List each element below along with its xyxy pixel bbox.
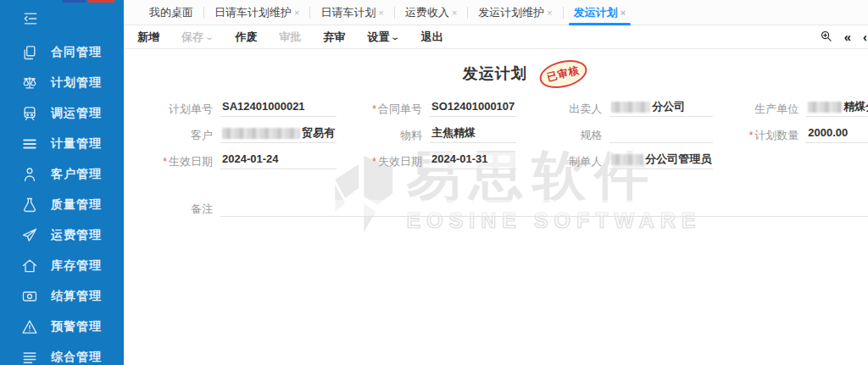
field-label: 计划单号	[132, 102, 220, 117]
field-input[interactable]: 精煤分公司	[806, 99, 868, 117]
field-label: *合同单号	[342, 102, 430, 117]
field-input[interactable]: 主焦精煤	[430, 125, 516, 143]
sidebar-item-plane[interactable]: 运费管理	[0, 220, 124, 251]
tab-active[interactable]: 发运计划×	[564, 0, 636, 25]
form-grid: 计划单号SA12401000021*合同单号SO12401000107出卖人分公…	[132, 98, 868, 169]
tab-close-icon[interactable]: ×	[294, 8, 299, 18]
toolbar-button-label: 设置	[367, 30, 389, 45]
tab-item[interactable]: 运费收入×	[395, 0, 467, 25]
sidebar-item-train[interactable]: 调运管理	[0, 98, 124, 129]
redacted-text	[611, 154, 643, 165]
tab-label: 日请车计划	[320, 5, 376, 20]
toolbar-button[interactable]: 审批	[279, 30, 301, 45]
sidebar-item-warning[interactable]: 预警管理	[0, 312, 124, 342]
zoom-in-icon[interactable]	[820, 30, 832, 44]
form-field: 生产单位精煤分公司	[718, 98, 868, 117]
sidebar-item-label: 预警管理	[51, 319, 102, 335]
field-input[interactable]: 2000.00	[806, 126, 868, 143]
sidebar-collapse-button[interactable]	[0, 0, 124, 37]
sidebar-item-label: 客户管理	[51, 167, 102, 182]
form-field: *计划数量2000.00	[718, 124, 868, 143]
toolbar-button[interactable]: 弃审	[323, 30, 345, 45]
prev-page-icon[interactable]: ‹	[863, 30, 867, 43]
tab-close-icon[interactable]: ×	[547, 8, 552, 18]
sidebar-item-stack[interactable]: 综合管理	[0, 342, 124, 365]
train-icon	[20, 104, 39, 123]
required-asterisk: *	[372, 156, 376, 168]
tab-close-icon[interactable]: ×	[378, 8, 383, 18]
sidebar-item-label: 运费管理	[51, 228, 102, 243]
money-icon	[20, 287, 39, 306]
remark-input[interactable]	[220, 200, 868, 217]
sidebar-item-money[interactable]: 结算管理	[0, 281, 124, 312]
toolbar-button[interactable]: 保存⌄	[181, 30, 213, 45]
tab-item[interactable]: 发运计划维护×	[468, 0, 562, 25]
sidebar-item-person[interactable]: 客户管理	[0, 159, 124, 190]
sidebar-item-home[interactable]: 库存管理	[0, 251, 124, 281]
field-input[interactable]: SA12401000021	[220, 100, 337, 117]
home-icon	[20, 257, 39, 275]
sidebar-item-label: 合同管理	[51, 45, 102, 60]
toolbar-button[interactable]: 设置⌄	[367, 30, 398, 45]
required-asterisk: *	[163, 156, 167, 168]
tab-label: 发运计划	[574, 5, 618, 20]
record-nav: «‹›»	[820, 30, 868, 44]
form-field-empty	[718, 151, 868, 169]
field-label: 出卖人	[521, 102, 609, 117]
tab-item[interactable]: 日请车计划×	[310, 0, 393, 25]
content-area: 易思软件 EOSINE SOFTWARE 发运计划 已审核 计划单号SA1240…	[124, 49, 868, 365]
tab-item[interactable]: 我的桌面	[139, 0, 203, 25]
tab-close-icon[interactable]: ×	[620, 8, 626, 18]
contract-icon	[20, 43, 39, 62]
form-field: 计划单号SA12401000021	[132, 98, 337, 117]
toolbar-button-label: 新增	[137, 30, 159, 45]
logo-fragment-red	[88, 0, 114, 3]
form-field: 出卖人分公司	[521, 98, 713, 117]
stack-icon	[20, 348, 39, 365]
list-icon	[20, 135, 39, 153]
redacted-text	[808, 102, 842, 113]
tab-label: 日请车计划维护	[214, 5, 292, 20]
toolbar-button-label: 弃审	[323, 30, 345, 45]
flask-icon	[20, 196, 39, 214]
field-label: 生产单位	[718, 102, 806, 117]
tab-label: 运费收入	[405, 5, 449, 20]
app-window: 合同管理计划管理调运管理计量管理客户管理质量管理运费管理库存管理结算管理预警管理…	[0, 0, 868, 365]
field-input[interactable]: 分公司	[609, 99, 713, 117]
toolbar-button[interactable]: 作废	[235, 30, 257, 45]
logo-fragment-blue	[63, 0, 86, 3]
sidebar-item-scales[interactable]: 计划管理	[0, 68, 124, 98]
field-label: 物料	[342, 128, 430, 143]
sidebar-item-flask[interactable]: 质量管理	[0, 190, 124, 220]
field-input[interactable]: 2024-01-24	[220, 152, 337, 169]
sidebar: 合同管理计划管理调运管理计量管理客户管理质量管理运费管理库存管理结算管理预警管理…	[0, 0, 124, 365]
tab-close-icon[interactable]: ×	[452, 8, 457, 18]
first-page-icon[interactable]: «	[844, 30, 851, 43]
form-field: 规格	[521, 124, 713, 143]
field-input[interactable]: 贸易有	[220, 125, 337, 143]
sidebar-item-label: 计量管理	[51, 136, 102, 152]
sidebar-item-list[interactable]: 计量管理	[0, 129, 124, 159]
field-input[interactable]: SO12401000107	[430, 100, 516, 117]
toolbar-button[interactable]: 新增	[137, 30, 159, 45]
form-field: *失效日期2024-01-31	[342, 151, 516, 169]
tab-item[interactable]: 日请车计划维护×	[204, 0, 309, 25]
field-input[interactable]: 分公司管理员	[609, 152, 713, 169]
toolbar-button-label: 退出	[421, 30, 443, 45]
toolbar-button[interactable]: 退出	[421, 30, 443, 45]
sidebar-item-label: 结算管理	[51, 289, 102, 304]
field-input[interactable]	[609, 126, 713, 143]
sidebar-menu: 合同管理计划管理调运管理计量管理客户管理质量管理运费管理库存管理结算管理预警管理…	[0, 37, 124, 365]
sidebar-item-label: 调运管理	[51, 106, 102, 121]
warning-icon	[20, 318, 39, 336]
toolbar: 新增保存⌄作废审批弃审设置⌄退出«‹›»	[124, 25, 868, 49]
form-field: 制单人分公司管理员	[521, 151, 713, 169]
title-row: 发运计划 已审核	[124, 59, 868, 88]
field-label: 制单人	[521, 154, 609, 169]
field-input[interactable]: 2024-01-31	[430, 152, 516, 169]
sidebar-item-contract[interactable]: 合同管理	[0, 37, 124, 68]
required-asterisk: *	[749, 130, 754, 141]
sidebar-item-label: 综合管理	[51, 350, 102, 365]
plane-icon	[20, 226, 39, 245]
form-field: *生效日期2024-01-24	[132, 151, 337, 169]
